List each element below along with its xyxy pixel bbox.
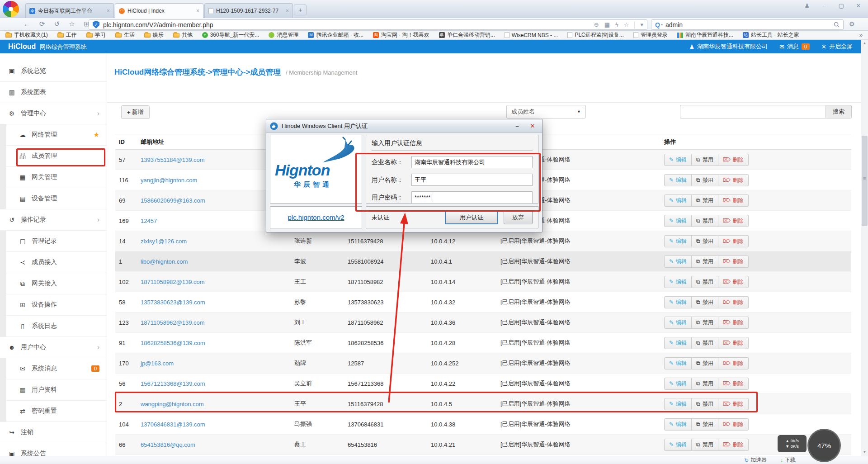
network-speed-widget[interactable]: ▲ 0K/s ▼ 0K/s (778, 435, 807, 452)
edit-button[interactable]: ✎编辑 (664, 194, 692, 207)
filter-select[interactable]: 成员姓名 ▼ (506, 105, 586, 118)
sidebar-item-admin-records[interactable]: ▢管理记录 (6, 231, 107, 252)
bookmark-item[interactable]: WiseCRM NBS - ... (505, 32, 558, 38)
favorite-icon[interactable]: ☆ (69, 20, 75, 28)
bookmark-item[interactable]: 娱乐 (144, 31, 164, 39)
scroll-down-icon[interactable]: ▼ (861, 449, 868, 456)
disable-button[interactable]: ⧉禁用 (692, 154, 718, 166)
sidebar-item-device-operations[interactable]: ⊞设备操作 (6, 294, 107, 316)
bookmark-item[interactable]: 生活 (115, 31, 135, 39)
memory-gauge[interactable]: 47% (807, 429, 841, 462)
maximize-button[interactable]: ▢ (836, 2, 846, 9)
authenticate-button[interactable]: 用户认证 (445, 210, 498, 224)
address-url[interactable]: plc.hignton.com/V2/admin-member.php (103, 21, 590, 28)
browser-search-value[interactable]: admin (665, 21, 831, 28)
disable-button[interactable]: ⧉禁用 (692, 418, 718, 431)
dialog-close-button[interactable]: ✕ (527, 123, 538, 129)
hignton-portal-link[interactable]: plc.hignton.com/v2 (288, 213, 344, 221)
row-email[interactable]: 18711058982@139.com (141, 279, 205, 285)
browser-logo[interactable] (3, 1, 19, 17)
scrollbar-thumb[interactable] (862, 136, 868, 226)
remove-button[interactable]: ⌦删除 (718, 317, 749, 329)
bookmark-item[interactable]: 其他 (173, 31, 193, 39)
disable-button[interactable]: ⧉禁用 (692, 439, 718, 451)
forward-icon[interactable]: ⟳ (39, 20, 45, 28)
bookmark-item[interactable]: 管理员登录 (633, 31, 668, 39)
browser-search-box[interactable]: Q ▾ admin (651, 19, 844, 30)
bookmark-item[interactable]: 单单仁合强移动营销... (439, 31, 495, 39)
sidebar-item-user-profile[interactable]: ▦用户资料 (6, 379, 107, 401)
edit-button[interactable]: ✎编辑 (664, 398, 692, 410)
sidebar-item-operation-records[interactable]: ↺操作记录› (0, 209, 107, 231)
edit-button[interactable]: ✎编辑 (664, 296, 692, 308)
messages-menu[interactable]: ✉ 消息 0 (779, 43, 810, 51)
remove-button[interactable]: ⌦删除 (718, 418, 749, 431)
chevron-down-icon[interactable]: ▾ (661, 23, 663, 27)
dialog-minimize-button[interactable]: – (511, 123, 523, 129)
member-search-input[interactable] (680, 105, 826, 118)
browser-tab[interactable]: 今今日标互联网工作平台× (25, 3, 114, 18)
disable-button[interactable]: ⧉禁用 (692, 398, 718, 410)
auth-dialog-titlebar[interactable]: Hinode Windows Client 用户认证 – ✕ (266, 119, 542, 133)
accelerator-item[interactable]: ↻ 加速器 (744, 456, 767, 464)
scroll-up-icon[interactable]: ▲ (861, 40, 868, 47)
row-email[interactable]: zlxlsy1@126.com (141, 238, 187, 245)
abandon-button[interactable]: 放弃 (504, 210, 533, 224)
bookmark-item[interactable]: PLC远程监控|设备... (567, 31, 623, 39)
remove-button[interactable]: ⌦删除 (718, 194, 749, 207)
edit-button[interactable]: ✎编辑 (664, 215, 692, 227)
remove-button[interactable]: ⌦删除 (718, 276, 749, 288)
bookmark-star-icon[interactable]: ☆ (624, 21, 629, 28)
row-email[interactable]: 13706846831@139.com (141, 421, 205, 428)
edit-button[interactable]: ✎编辑 (664, 337, 692, 349)
row-email[interactable]: jp@163.com (141, 360, 174, 367)
disable-button[interactable]: ⧉禁用 (692, 194, 718, 207)
qrcode-icon[interactable]: ▦ (604, 21, 610, 28)
bookmark-item[interactable]: 淘淘宝网 - 淘！我喜欢 (373, 31, 429, 39)
search-button[interactable]: 搜索 (826, 105, 852, 118)
edit-button[interactable]: ✎编辑 (664, 439, 692, 451)
remove-button[interactable]: ⌦删除 (718, 256, 749, 268)
remove-button[interactable]: ⌦删除 (718, 337, 749, 349)
tab-close-icon[interactable]: × (286, 8, 289, 14)
zoom-out-icon[interactable]: ⊖ (594, 21, 599, 28)
remove-button[interactable]: ⌦删除 (718, 378, 749, 390)
sidebar-item-logout[interactable]: ↪注销 (0, 422, 107, 443)
sidebar-item-user-center[interactable]: ☻用户中心› (0, 337, 107, 358)
vertical-scrollbar[interactable]: ▲ ▼ (861, 40, 868, 456)
disable-button[interactable]: ⧉禁用 (692, 296, 718, 308)
remove-button[interactable]: ⌦删除 (718, 439, 749, 451)
username-field[interactable]: 王平 (411, 174, 533, 186)
remove-button[interactable]: ⌦删除 (718, 174, 749, 186)
row-email[interactable]: 13573830623@139.com (141, 299, 205, 306)
row-email[interactable]: libo@hignton.com (141, 258, 188, 265)
disable-button[interactable]: ⧉禁用 (692, 378, 718, 390)
edit-button[interactable]: ✎编辑 (664, 357, 692, 369)
sidebar-item-admin-center[interactable]: ⚙管理中心› (0, 103, 107, 124)
sidebar-item-gateway-mgmt[interactable]: ▦网关管理 (6, 167, 107, 188)
remove-button[interactable]: ⌦删除 (718, 296, 749, 308)
bookmark-item[interactable]: 湖南华辰智通科技... (677, 31, 733, 39)
row-email[interactable]: 15866020699@163.com (141, 197, 205, 204)
bookmark-item[interactable]: M腾讯企业邮箱 - 收... (308, 31, 363, 39)
sidebar-item-member-access[interactable]: ≺成员接入 (6, 252, 107, 273)
bookmark-item[interactable]: 手机收藏夹(1) (5, 31, 48, 39)
disable-button[interactable]: ⧉禁用 (692, 174, 718, 186)
edit-button[interactable]: ✎编辑 (664, 317, 692, 329)
sidebar-item-network-mgmt[interactable]: ☁网络管理★ (6, 124, 107, 146)
sidebar-item-system-overview[interactable]: ▣系统总览 (0, 61, 107, 82)
company-field[interactable]: 湖南华辰智通科技有限公司 (411, 156, 533, 168)
remove-button[interactable]: ⌦删除 (718, 154, 749, 166)
edit-button[interactable]: ✎编辑 (664, 276, 692, 288)
browser-tab[interactable]: ◠HiCloud | Index× (115, 3, 203, 18)
disable-button[interactable]: ⧉禁用 (692, 256, 718, 268)
minimize-button[interactable]: – (819, 2, 829, 9)
remove-button[interactable]: ⌦删除 (718, 235, 749, 247)
password-field[interactable]: ******* (411, 191, 533, 204)
feedback-icon[interactable]: ♟ (802, 2, 812, 9)
tools-wrench-icon[interactable]: ⚙ (849, 20, 855, 28)
bookmark-item[interactable]: 消息管理 (269, 31, 298, 39)
edit-button[interactable]: ✎编辑 (664, 235, 692, 247)
fullscreen-toggle[interactable]: ✕ 开启全屏 (821, 43, 853, 51)
edit-button[interactable]: ✎编辑 (664, 256, 692, 268)
